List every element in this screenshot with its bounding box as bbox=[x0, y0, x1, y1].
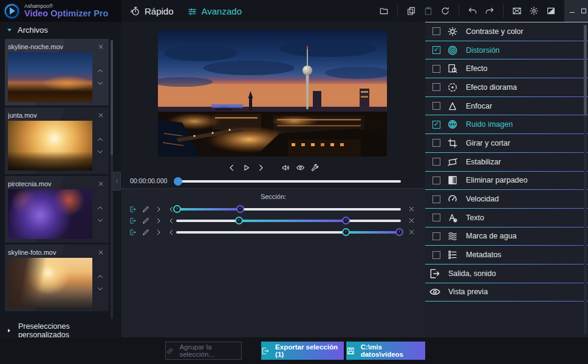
mail-button[interactable] bbox=[510, 4, 524, 18]
step-back-button[interactable] bbox=[227, 163, 236, 172]
reset-button[interactable] bbox=[439, 4, 452, 18]
effect-checkbox[interactable] bbox=[432, 102, 440, 110]
section-edit-button[interactable] bbox=[142, 206, 149, 213]
effect-checkbox[interactable] bbox=[432, 27, 440, 35]
gear-button[interactable] bbox=[527, 4, 541, 18]
timeline-handle[interactable] bbox=[174, 177, 182, 186]
sidebar-collapse-handle[interactable] bbox=[113, 172, 121, 190]
effect-checkbox[interactable] bbox=[432, 195, 440, 203]
section-export-icon[interactable] bbox=[129, 217, 137, 224]
folder-button[interactable] bbox=[377, 4, 391, 18]
section-range-track[interactable] bbox=[176, 231, 401, 234]
effect-row-diorama[interactable]: Efecto diorama bbox=[425, 78, 588, 97]
effect-checkbox[interactable] bbox=[432, 65, 440, 73]
export-selection-button[interactable]: Exportar selección (1) bbox=[261, 342, 344, 360]
effect-checkbox[interactable] bbox=[432, 83, 440, 91]
output-path-button[interactable]: C:\mis datos\vídeos bbox=[346, 342, 425, 360]
undo-button[interactable] bbox=[466, 4, 479, 18]
effect-row-sun[interactable]: Contraste y color bbox=[425, 22, 588, 41]
effect-row-text[interactable]: Texto bbox=[425, 209, 588, 228]
move-file-down-button[interactable] bbox=[97, 285, 104, 292]
effect-row-flicker[interactable]: Eliminar parpadeo bbox=[425, 172, 588, 190]
section-jump-end-button[interactable] bbox=[168, 229, 175, 236]
redo-button[interactable] bbox=[483, 4, 496, 18]
effect-row-crop[interactable]: Girar y cortar bbox=[425, 134, 588, 153]
copy-button[interactable] bbox=[405, 4, 418, 18]
file-thumbnail bbox=[8, 258, 92, 308]
section-jump-start-button[interactable] bbox=[155, 217, 162, 224]
presets-section-header[interactable]: Preselecciones personalizados bbox=[0, 323, 121, 337]
effects-scrollbar[interactable] bbox=[584, 25, 587, 334]
step-forward-button[interactable] bbox=[256, 163, 265, 172]
section-end-handle[interactable] bbox=[342, 217, 350, 224]
section-jump-start-button[interactable] bbox=[155, 229, 162, 236]
remove-section-button[interactable] bbox=[408, 217, 415, 224]
effect-row-watermark[interactable]: Marca de agua bbox=[425, 228, 588, 246]
export-icon bbox=[261, 346, 270, 356]
effect-checkbox[interactable] bbox=[432, 214, 440, 221]
remove-section-button[interactable] bbox=[408, 206, 415, 213]
effect-checkbox[interactable] bbox=[432, 46, 440, 54]
remove-file-button[interactable] bbox=[95, 178, 106, 189]
effect-row-effect[interactable]: Efecto bbox=[425, 59, 588, 78]
effect-checkbox[interactable] bbox=[432, 232, 440, 240]
section-edit-button[interactable] bbox=[142, 229, 149, 236]
file-card-junta.mov[interactable]: junta.mov bbox=[5, 107, 109, 174]
effect-row-distortion[interactable]: Distorsión bbox=[425, 41, 588, 60]
timeline-track[interactable] bbox=[176, 180, 401, 183]
play-button[interactable] bbox=[242, 163, 251, 172]
file-card-skyline-noche.mov[interactable]: skyline-noche.mov bbox=[5, 39, 109, 106]
section-export-icon[interactable] bbox=[129, 206, 137, 213]
effect-row-focus[interactable]: Enfocar bbox=[425, 97, 588, 116]
move-file-down-button[interactable] bbox=[97, 79, 104, 87]
preview-settings-button[interactable] bbox=[310, 163, 320, 172]
minimize-button[interactable] bbox=[568, 7, 576, 15]
effect-checkbox[interactable] bbox=[432, 121, 440, 129]
paste-button[interactable] bbox=[422, 4, 435, 18]
effect-row-export[interactable]: Salida, sonido bbox=[425, 265, 588, 283]
effect-row-noise[interactable]: Ruido imagen bbox=[425, 115, 588, 134]
section-jump-end-button[interactable] bbox=[168, 217, 175, 224]
files-section-header[interactable]: Archivos bbox=[0, 22, 121, 38]
move-file-up-button[interactable] bbox=[97, 136, 104, 143]
effect-label: Vista previa bbox=[448, 288, 488, 296]
theme-button[interactable] bbox=[544, 4, 558, 18]
remove-section-button[interactable] bbox=[408, 229, 415, 236]
files-sidebar: Archivos skyline-noche.mov junta.mov bbox=[0, 22, 121, 337]
section-range-track[interactable] bbox=[176, 220, 401, 222]
section-export-icon[interactable] bbox=[129, 229, 137, 236]
remove-file-button[interactable] bbox=[95, 110, 106, 121]
copy-icon bbox=[406, 6, 416, 16]
section-start-handle[interactable] bbox=[173, 205, 181, 213]
effect-checkbox[interactable] bbox=[432, 177, 440, 184]
remove-file-button[interactable] bbox=[95, 247, 106, 258]
tab-rápido[interactable]: Rápido bbox=[130, 6, 174, 16]
effect-checkbox[interactable] bbox=[432, 139, 440, 147]
group-selection-button[interactable]: Agrupar la selección... bbox=[165, 342, 242, 360]
section-start-handle[interactable] bbox=[342, 228, 350, 236]
file-card-skyline-foto.mov[interactable]: skyline-foto.mov bbox=[5, 244, 109, 311]
section-jump-start-button[interactable] bbox=[155, 206, 162, 213]
section-end-handle[interactable] bbox=[236, 205, 244, 213]
section-edit-button[interactable] bbox=[142, 217, 149, 224]
move-file-up-button[interactable] bbox=[97, 273, 104, 280]
move-file-down-button[interactable] bbox=[97, 217, 104, 224]
section-range-track[interactable] bbox=[176, 208, 401, 211]
section-start-handle[interactable] bbox=[235, 217, 243, 224]
effect-checkbox[interactable] bbox=[432, 158, 440, 166]
section-end-handle[interactable] bbox=[395, 228, 403, 236]
file-card-pirotecnia.mov[interactable]: pirotecnia.mov bbox=[5, 176, 109, 243]
tab-avanzado[interactable]: Avanzado bbox=[187, 6, 242, 16]
effect-row-metadata[interactable]: Metadatos bbox=[425, 246, 588, 265]
remove-file-button[interactable] bbox=[95, 41, 106, 52]
move-file-up-button[interactable] bbox=[97, 67, 104, 75]
maximize-button[interactable] bbox=[579, 7, 588, 15]
effect-row-stabilize[interactable]: Estabilizar bbox=[425, 153, 588, 172]
effect-row-speed[interactable]: Velocidad bbox=[425, 190, 588, 209]
effect-checkbox[interactable] bbox=[432, 251, 440, 259]
move-file-down-button[interactable] bbox=[97, 148, 104, 155]
effect-row-eye[interactable]: Vista previa bbox=[425, 283, 588, 302]
move-file-up-button[interactable] bbox=[97, 204, 104, 212]
preview-toggle-button[interactable] bbox=[296, 163, 305, 172]
volume-button[interactable] bbox=[281, 163, 290, 172]
